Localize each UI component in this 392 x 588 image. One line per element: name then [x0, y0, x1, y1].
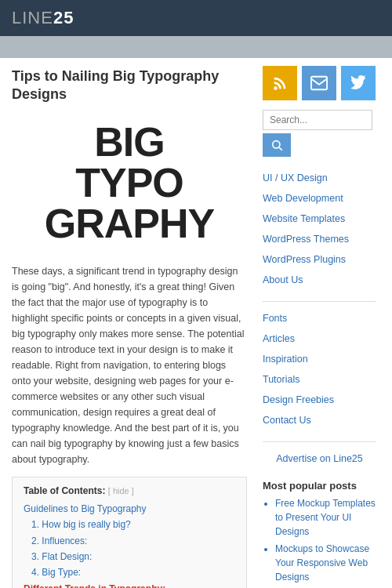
most-popular-section: Most popular posts Free Mockup Templates… [263, 480, 376, 588]
sidebar-advertise: Advertise on Line25 [263, 448, 376, 469]
search-input[interactable] [263, 110, 372, 130]
popular-post-1: Free Mockup Templates to Present Your UI… [275, 496, 376, 539]
sidebar-divider-2 [263, 441, 376, 442]
toc-link-guidelines[interactable]: Guidelines to Big Typography [24, 503, 147, 514]
toc-title: Table of Contents: [ hide ] [24, 485, 235, 496]
search-box [263, 110, 376, 157]
svg-rect-1 [311, 77, 327, 90]
sidebar-link-wp-themes[interactable]: WordPress Themes [263, 229, 376, 249]
rss-icon[interactable] [263, 66, 297, 100]
svg-point-0 [274, 86, 278, 90]
most-popular-list: Free Mockup Templates to Present Your UI… [263, 496, 376, 588]
toc-hide-toggle[interactable]: [ hide ] [108, 486, 134, 495]
site-logo[interactable]: LINE25 [12, 8, 380, 28]
toc-link-4[interactable]: 4. Big Type: [31, 567, 81, 578]
site-header: LINE25 [0, 0, 392, 36]
toc-link-2[interactable]: 2. Influences: [31, 535, 87, 546]
popular-post-link-1[interactable]: Free Mockup Templates to Present Your UI… [275, 498, 376, 537]
big-typo-line3: GRAPHY [12, 203, 247, 244]
most-popular-title: Most popular posts [263, 480, 376, 492]
sidebar-link-contact-us[interactable]: Contact Us [263, 410, 376, 430]
sidebar-divider-1 [263, 301, 376, 302]
big-typo-text: BIG TYPO GRAPHY [12, 122, 247, 244]
table-of-contents: Table of Contents: [ hide ] Guidelines t… [12, 477, 247, 588]
sidebar-link-articles[interactable]: Articles [263, 328, 376, 349]
article-title: Tips to Nailing Big Typography Designs [12, 67, 247, 104]
svg-line-3 [279, 147, 282, 151]
sidebar-link-advertise[interactable]: Advertise on Line25 [263, 448, 376, 469]
big-typo-graphic: BIG TYPO GRAPHY [12, 114, 247, 252]
logo-25: 25 [53, 8, 74, 27]
sidebar-nav-1: UI / UX Design Web Development Website T… [263, 168, 376, 290]
sidebar-nav-2: Fonts Articles Inspiration Tutorials Des… [263, 308, 376, 430]
big-typo-line2: TYPO [12, 162, 247, 203]
search-button[interactable] [263, 133, 291, 157]
email-icon[interactable] [302, 66, 336, 100]
page-layout: Tips to Nailing Big Typography Designs B… [0, 58, 392, 588]
svg-point-2 [273, 141, 280, 148]
big-typo-line1: BIG [12, 122, 247, 162]
toc-sections: Guidelines to Big Typography 1. How big … [24, 501, 235, 588]
sidebar-link-web-dev[interactable]: Web Development [263, 188, 376, 209]
sidebar-link-about-us[interactable]: About Us [263, 270, 376, 290]
sidebar: UI / UX Design Web Development Website T… [259, 58, 384, 588]
toc-header-trends: Different Trends in Typography: [24, 583, 165, 588]
social-icons-group [263, 66, 376, 100]
toc-link-1[interactable]: 1. How big is really big? [31, 519, 131, 530]
sidebar-link-ui-ux[interactable]: UI / UX Design [263, 168, 376, 188]
main-content: Tips to Nailing Big Typography Designs B… [0, 58, 259, 588]
sidebar-link-wp-plugins[interactable]: WordPress Plugins [263, 249, 376, 270]
sidebar-link-tutorials[interactable]: Tutorials [263, 369, 376, 390]
toc-link-3[interactable]: 3. Flat Design: [31, 551, 92, 562]
sidebar-link-website-templates[interactable]: Website Templates [263, 209, 376, 229]
toc-title-text: Table of Contents: [24, 485, 105, 496]
sidebar-link-design-freebies[interactable]: Design Freebies [263, 390, 376, 410]
popular-post-2: Mockups to Showcase Your Responsive Web … [275, 542, 376, 584]
logo-line: LINE [12, 8, 53, 27]
nav-bar [0, 36, 392, 58]
twitter-icon[interactable] [341, 66, 376, 100]
toc-subsections-1: 1. How big is really big? 2. Influences:… [24, 517, 235, 581]
sidebar-link-inspiration[interactable]: Inspiration [263, 349, 376, 369]
article-body-1: These days, a significant trend in typog… [12, 263, 247, 467]
sidebar-link-fonts[interactable]: Fonts [263, 308, 376, 328]
popular-post-link-2[interactable]: Mockups to Showcase Your Responsive Web … [275, 543, 369, 583]
